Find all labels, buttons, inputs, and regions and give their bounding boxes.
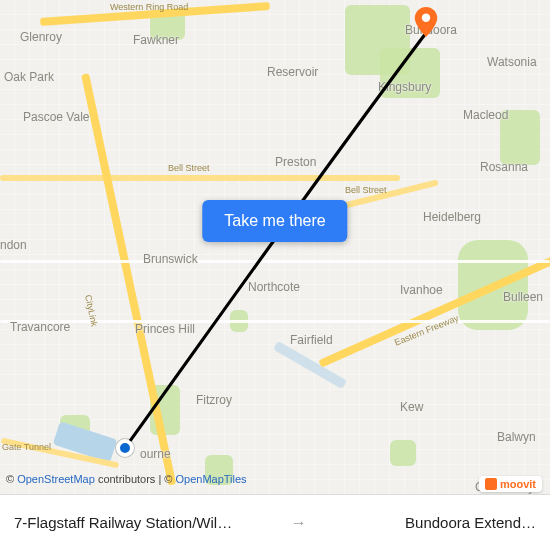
pin-icon — [411, 7, 441, 37]
suburb-princeshill: Princes Hill — [135, 322, 195, 336]
suburb-kew: Kew — [400, 400, 423, 414]
suburb-rosanna: Rosanna — [480, 160, 528, 174]
road-label-bell: Bell Street — [168, 163, 210, 173]
route-from[interactable]: 7-Flagstaff Railway Station/Wil… — [14, 514, 281, 531]
road-minor — [0, 320, 550, 323]
road-label-ring: Western Ring Road — [110, 2, 188, 12]
arrow-icon: → — [291, 514, 307, 532]
suburb-glenroy: Glenroy — [20, 30, 62, 44]
suburb-pascoevale: Pascoe Vale — [23, 110, 90, 124]
suburb-ourne: ourne — [140, 447, 171, 461]
suburb-reservoir: Reservoir — [267, 65, 318, 79]
suburb-ndon: ndon — [0, 238, 27, 252]
suburb-brunswick: Brunswick — [143, 252, 198, 266]
road-bell — [0, 175, 400, 181]
map-container[interactable]: Bell Street Bell Street Western Ring Roa… — [0, 0, 550, 550]
suburb-travancore: Travancore — [10, 320, 70, 334]
suburb-ivanhoe: Ivanhoe — [400, 283, 443, 297]
suburb-macleod: Macleod — [463, 108, 508, 122]
route-bar: 7-Flagstaff Railway Station/Wil… → Bundo… — [0, 494, 550, 550]
marker-destination[interactable] — [411, 7, 441, 37]
park — [390, 440, 416, 466]
suburb-northcote: Northcote — [248, 280, 300, 294]
attrib-mid: contributors | © — [95, 473, 176, 485]
road-minor — [0, 260, 550, 263]
road-label-gate: Gate Tunnel — [2, 442, 51, 452]
moovit-badge[interactable]: moovit — [479, 476, 542, 492]
map-attribution: © OpenStreetMap contributors | © OpenMap… — [6, 473, 247, 485]
omt-link[interactable]: OpenMapTiles — [176, 473, 247, 485]
suburb-watsonia: Watsonia — [487, 55, 537, 69]
suburb-preston: Preston — [275, 155, 316, 169]
osm-link[interactable]: OpenStreetMap — [17, 473, 95, 485]
take-me-there-button[interactable]: Take me there — [202, 200, 347, 242]
attrib-prefix: © — [6, 473, 17, 485]
marker-origin[interactable] — [116, 439, 134, 457]
moovit-label: moovit — [500, 478, 536, 490]
suburb-bulleen: Bulleen — [503, 290, 543, 304]
suburb-oakpark: Oak Park — [4, 70, 54, 84]
suburb-balwyn: Balwyn — [497, 430, 536, 444]
suburb-kingsbury: Kingsbury — [378, 80, 431, 94]
suburb-heidelberg: Heidelberg — [423, 210, 481, 224]
suburb-fairfield: Fairfield — [290, 333, 333, 347]
road-label-bell: Bell Street — [345, 185, 387, 195]
moovit-logo-icon — [485, 478, 497, 490]
suburb-fitzroy: Fitzroy — [196, 393, 232, 407]
route-to[interactable]: Bundoora Extend… — [317, 514, 536, 531]
svg-point-0 — [422, 14, 430, 22]
suburb-fawkner: Fawkner — [133, 33, 179, 47]
